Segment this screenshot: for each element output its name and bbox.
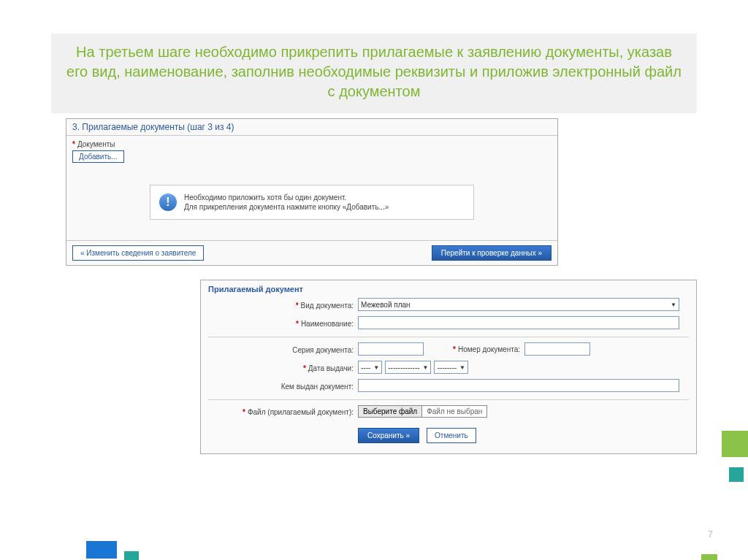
step-header: 3. Прилагаемые документы (шаг 3 из 4) [66, 119, 557, 136]
decor-square [124, 551, 139, 560]
step-panel: 3. Прилагаемые документы (шаг 3 из 4) *Д… [66, 118, 558, 266]
date-label: Дата выдачи: [308, 364, 354, 372]
info-line2: Для прикрепления документа нажмите кнопк… [184, 202, 389, 212]
decor-square [729, 467, 744, 482]
file-label: Файл (прилагаемый документ): [248, 408, 354, 416]
date-day-select[interactable]: ----▼ [358, 361, 382, 374]
name-input[interactable] [358, 316, 679, 329]
slide-title: На третьем шаге необходимо прикрепить пр… [51, 34, 697, 113]
number-input[interactable] [524, 342, 590, 356]
decor-square [701, 554, 717, 560]
save-button[interactable]: Сохранить » [358, 428, 419, 443]
form-title: Прилагаемый документ [208, 285, 303, 294]
info-line1: Необходимо приложить хотя бы один докуме… [184, 193, 389, 202]
doc-type-label: Вид документа: [301, 302, 354, 310]
series-label: Серия документа: [292, 346, 354, 354]
date-year-select[interactable]: --------▼ [434, 361, 468, 374]
decor-square [722, 431, 748, 457]
issued-by-input[interactable] [358, 379, 679, 392]
next-button[interactable]: Перейти к проверке данных » [432, 245, 552, 261]
choose-file-button[interactable]: Выберите файл [358, 405, 422, 418]
number-label: Номер документа: [458, 345, 520, 353]
date-month-select[interactable]: -------------▼ [385, 361, 431, 374]
info-box: ! Необходимо приложить хотя бы один доку… [150, 185, 474, 220]
decor-square [86, 541, 117, 559]
cancel-button[interactable]: Отменить [427, 428, 476, 443]
file-state: Файл не выбран [422, 405, 487, 418]
issued-by-label: Кем выдан документ: [281, 383, 354, 391]
info-icon: ! [159, 193, 177, 211]
doc-type-select[interactable]: Межевой план▼ [358, 298, 679, 311]
page-number: 7 [708, 529, 713, 540]
add-button[interactable]: Добавить... [72, 150, 124, 163]
name-label: Наименование: [301, 320, 354, 328]
back-button[interactable]: « Изменить сведения о заявителе [72, 245, 204, 261]
document-form-panel: Прилагаемый документ *Вид документа: Меж… [200, 280, 697, 454]
documents-label: *Документы [72, 140, 552, 148]
chevron-down-icon: ▼ [671, 302, 676, 308]
series-input[interactable] [358, 342, 424, 356]
